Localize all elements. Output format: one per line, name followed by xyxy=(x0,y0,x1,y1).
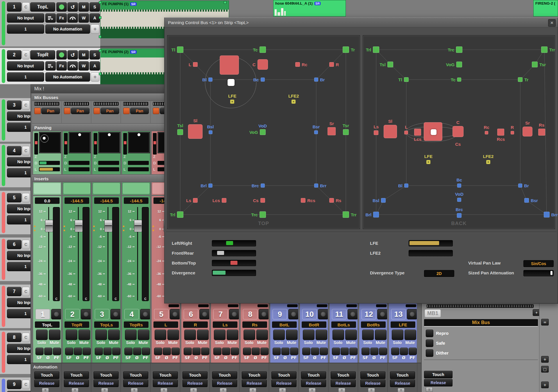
speaker-top-Rc[interactable] xyxy=(295,62,300,67)
solo-button[interactable] xyxy=(362,330,374,340)
mute-button[interactable] xyxy=(405,330,416,340)
speaker-back-Rcs[interactable] xyxy=(497,129,504,136)
eq-button[interactable]: = xyxy=(309,388,316,392)
zdl-bar[interactable] xyxy=(69,161,90,165)
sized-pan-attenuation-slider[interactable] xyxy=(523,270,554,276)
track-take-button[interactable]: 1 xyxy=(7,168,33,177)
phase-button[interactable] xyxy=(44,348,52,355)
speaker-back-Bl[interactable] xyxy=(404,184,408,188)
pan-position-dot[interactable] xyxy=(108,133,111,136)
mute-button[interactable] xyxy=(78,330,90,340)
monitor-button[interactable] xyxy=(67,61,78,71)
track-take-button[interactable]: 1 xyxy=(7,72,44,82)
pan-field-back[interactable]: TrlTrcTrrTslVoGTsrTlTcTrLsSlLLcsCCsRcRcs… xyxy=(363,36,555,229)
speaker-back-L[interactable] xyxy=(404,131,408,134)
track-take-button[interactable]: 1 xyxy=(7,309,33,318)
sf-button[interactable] xyxy=(35,348,44,355)
solo-button[interactable] xyxy=(244,330,255,340)
slider-thumb[interactable] xyxy=(124,141,126,144)
strip-record-button[interactable] xyxy=(81,309,91,319)
strip-record-button[interactable] xyxy=(318,309,328,319)
track-input-select[interactable]: No Input xyxy=(7,13,44,23)
strip-record-button[interactable] xyxy=(377,309,387,319)
track-name-button[interactable]: TopR xyxy=(30,50,55,60)
pan-button[interactable]: Pan xyxy=(71,108,90,114)
sf-button[interactable] xyxy=(362,348,370,355)
track-bus-button[interactable]: C xyxy=(22,287,30,296)
phase-button[interactable] xyxy=(281,348,289,355)
collapse-button[interactable]: = xyxy=(541,319,549,326)
mute-button[interactable] xyxy=(345,330,357,340)
mb1-tag[interactable]: MB1 xyxy=(425,309,441,317)
touch-button[interactable]: Touch xyxy=(360,371,385,379)
speaker-top-VoG[interactable] xyxy=(260,129,266,135)
track-number-button[interactable]: 7 xyxy=(7,287,22,296)
strip-number[interactable]: 4 xyxy=(124,309,139,319)
track-number-button[interactable]: 9 xyxy=(7,380,22,389)
strip-name[interactable]: BotLs xyxy=(331,321,356,328)
insert-slot[interactable] xyxy=(93,183,120,194)
strip-record-button[interactable] xyxy=(170,309,180,319)
pf-button[interactable] xyxy=(320,348,328,355)
track-number-button[interactable]: 3 xyxy=(7,100,22,110)
add-automation-button[interactable]: + xyxy=(91,24,99,34)
pf-button[interactable] xyxy=(171,348,180,355)
phase-button[interactable] xyxy=(252,348,260,355)
track-input-select[interactable]: No Input xyxy=(7,112,33,121)
eq-button[interactable]: = xyxy=(368,388,375,392)
strip-record-button[interactable] xyxy=(110,309,121,319)
strip-record-button[interactable] xyxy=(288,309,298,319)
sf-button[interactable] xyxy=(65,348,73,355)
speaker-back-Lcs[interactable] xyxy=(414,129,421,136)
track-input-select[interactable]: No Input xyxy=(7,391,33,392)
speaker-top-Trr[interactable] xyxy=(343,211,349,218)
input-list-button[interactable] xyxy=(45,61,56,71)
audio-clip[interactable]: FIRENG-2 ( xyxy=(533,0,558,17)
speaker-back-Trr[interactable] xyxy=(541,46,548,53)
strip-name[interactable]: BotR xyxy=(302,321,326,328)
touch-button[interactable]: Touch xyxy=(301,371,326,379)
solo-button[interactable] xyxy=(95,330,107,340)
mute-button[interactable]: M xyxy=(78,50,89,60)
strip-number[interactable]: 8 xyxy=(243,309,257,319)
track-number-button[interactable]: 5 xyxy=(7,193,22,202)
solo-button[interactable] xyxy=(392,330,403,340)
pan-indicator-square[interactable] xyxy=(64,108,70,114)
pan-position-marker-back[interactable] xyxy=(431,129,437,135)
pan-position-dot[interactable] xyxy=(78,133,81,136)
sf-button[interactable] xyxy=(302,348,310,355)
fx-button[interactable]: Fx xyxy=(56,61,67,71)
pf-button[interactable] xyxy=(231,348,239,355)
pan-z-slider[interactable] xyxy=(64,133,68,154)
track-take-button[interactable]: 1 xyxy=(7,24,44,34)
speaker-back-Tr[interactable] xyxy=(518,77,523,82)
track-number-button[interactable]: 8 xyxy=(7,333,22,342)
fx-button[interactable]: Fx xyxy=(56,13,67,23)
speaker-back-Sl[interactable] xyxy=(384,125,397,138)
speaker-back-Brr[interactable] xyxy=(544,212,550,217)
track-number-button[interactable]: 1 xyxy=(7,2,22,12)
mute-button[interactable] xyxy=(375,330,387,340)
strip-name[interactable]: BotRs xyxy=(361,321,386,328)
speaker-back-LFE2[interactable] xyxy=(486,160,490,164)
fader-cap[interactable] xyxy=(134,220,142,232)
release-button[interactable]: Release xyxy=(153,380,178,387)
phase-button[interactable] xyxy=(341,348,349,355)
pan-pad[interactable] xyxy=(128,132,149,153)
strip-number[interactable]: 12 xyxy=(362,309,376,319)
clip-handle[interactable] xyxy=(99,1,101,4)
phase-button[interactable] xyxy=(163,348,171,355)
track-input-select[interactable]: No Input xyxy=(7,251,33,260)
fader-cap[interactable] xyxy=(75,220,83,232)
release-button[interactable]: Release xyxy=(331,380,356,387)
phase-button[interactable] xyxy=(222,348,230,355)
zdl-bar[interactable] xyxy=(98,167,119,171)
clip-handle[interactable] xyxy=(224,1,226,4)
strip-number[interactable]: 10 xyxy=(302,309,317,319)
speaker-back-Tc[interactable] xyxy=(457,78,461,82)
touch-button[interactable]: Touch xyxy=(390,371,415,379)
speaker-back-Rs[interactable] xyxy=(538,129,545,136)
speaker-back-Tl[interactable] xyxy=(404,77,409,82)
add-automation-button[interactable]: + xyxy=(91,72,99,82)
strip-name[interactable]: TopLs xyxy=(94,321,119,328)
